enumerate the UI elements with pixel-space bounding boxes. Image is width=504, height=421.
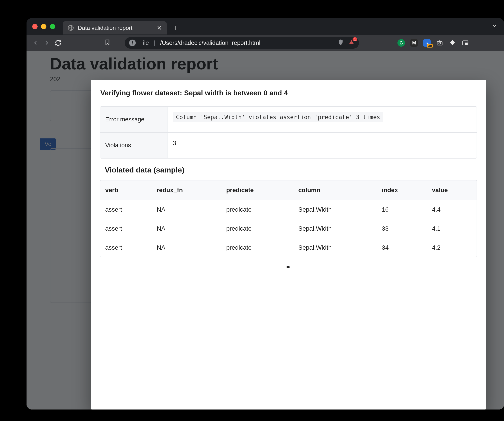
error-message-row: Error message Column 'Sepal.Width' viola… xyxy=(100,107,477,132)
end-of-report-divider xyxy=(100,265,477,273)
browser-menu-button[interactable] xyxy=(474,39,481,47)
screenshot-extension-icon[interactable] xyxy=(436,39,444,47)
close-tab-button[interactable]: ✕ xyxy=(157,24,162,32)
cell-index: 34 xyxy=(377,238,427,257)
svg-point-2 xyxy=(439,42,441,44)
col-value: value xyxy=(427,180,477,200)
table-header-row: verb redux_fn predicate column index val… xyxy=(100,180,477,200)
cell-redux-fn: NA xyxy=(152,238,221,257)
error-message-label: Error message xyxy=(100,107,168,132)
cell-verb: assert xyxy=(100,219,152,238)
col-redux-fn: redux_fn xyxy=(152,180,221,200)
pip-button[interactable] xyxy=(462,39,469,47)
browser-tab[interactable]: Data validation report ✕ xyxy=(63,21,167,35)
bookmark-button[interactable] xyxy=(104,39,111,47)
back-button[interactable] xyxy=(33,40,38,46)
cell-redux-fn: NA xyxy=(152,219,221,238)
maximise-window-button[interactable] xyxy=(50,24,55,29)
url-path: /Users/dradecic/validation_report.html xyxy=(160,40,260,46)
rewards-badge-count: 1 xyxy=(353,37,357,41)
validation-modal: Verifying flower dataset: Sepal width is… xyxy=(91,80,486,409)
medium-extension-icon[interactable]: M xyxy=(410,39,418,47)
cell-column: Sepal.Width xyxy=(294,219,377,238)
translate-off-badge: Off xyxy=(427,44,433,48)
cell-verb: assert xyxy=(100,238,152,257)
violations-label: Violations xyxy=(100,133,168,158)
violations-row: Violations 3 xyxy=(100,132,477,158)
url-separator: | xyxy=(153,40,157,46)
translate-extension-icon[interactable]: Off xyxy=(423,39,431,47)
reload-button[interactable] xyxy=(55,40,61,46)
violated-data-table: verb redux_fn predicate column index val… xyxy=(100,180,477,257)
cell-redux-fn: NA xyxy=(152,200,221,219)
cell-index: 33 xyxy=(377,219,427,238)
error-message-value: Column 'Sepal.Width' violates assertion … xyxy=(168,107,477,132)
violated-data-heading: Violated data (sample) xyxy=(105,166,477,174)
new-tab-button[interactable]: ＋ xyxy=(172,23,179,33)
cell-column: Sepal.Width xyxy=(294,238,377,257)
error-message-code: Column 'Sepal.Width' violates assertion … xyxy=(173,112,383,122)
forward-button[interactable] xyxy=(44,40,49,46)
cell-column: Sepal.Width xyxy=(294,200,377,219)
site-info-icon[interactable]: ! xyxy=(129,40,136,46)
cell-predicate: predicate xyxy=(221,219,293,238)
tab-overflow-button[interactable] xyxy=(492,23,497,30)
violations-value: 3 xyxy=(168,133,477,158)
table-row: assert NA predicate Sepal.Width 34 4.2 xyxy=(100,238,477,257)
url-bar[interactable]: ! File | /Users/dradecic/validation_repo… xyxy=(125,37,359,49)
col-column: column xyxy=(294,180,377,200)
extension-icons: G M Off xyxy=(397,39,481,47)
browser-window: Data validation report ✕ ＋ ! File | /Use… xyxy=(27,18,504,409)
flag-icon xyxy=(285,265,292,273)
extensions-button[interactable] xyxy=(449,39,456,47)
cell-value: 4.4 xyxy=(427,200,477,219)
cell-value: 4.1 xyxy=(427,219,477,238)
tab-title: Data validation report xyxy=(78,24,132,31)
cell-verb: assert xyxy=(100,200,152,219)
grammarly-extension-icon[interactable]: G xyxy=(397,39,405,47)
modal-title: Verifying flower dataset: Sepal width is… xyxy=(100,89,477,97)
address-bar: ! File | /Users/dradecic/validation_repo… xyxy=(27,35,504,51)
col-index: index xyxy=(377,180,427,200)
svg-rect-4 xyxy=(465,43,467,44)
brave-rewards-icon[interactable]: 1 xyxy=(348,39,354,47)
cell-predicate: predicate xyxy=(221,238,293,257)
globe-icon xyxy=(68,25,74,31)
tab-bar: Data validation report ✕ ＋ xyxy=(27,18,504,35)
minimise-window-button[interactable] xyxy=(41,24,46,29)
window-controls xyxy=(32,24,55,29)
table-row: assert NA predicate Sepal.Width 33 4.1 xyxy=(100,219,477,238)
col-predicate: predicate xyxy=(221,180,293,200)
cell-value: 4.2 xyxy=(427,238,477,257)
error-summary-table: Error message Column 'Sepal.Width' viola… xyxy=(100,106,477,159)
cell-index: 16 xyxy=(377,200,427,219)
table-row: assert NA predicate Sepal.Width 16 4.4 xyxy=(100,200,477,219)
close-window-button[interactable] xyxy=(32,24,38,29)
brave-shields-icon[interactable] xyxy=(337,39,344,47)
url-scheme: File xyxy=(139,40,149,46)
col-verb: verb xyxy=(100,180,152,200)
cell-predicate: predicate xyxy=(221,200,293,219)
